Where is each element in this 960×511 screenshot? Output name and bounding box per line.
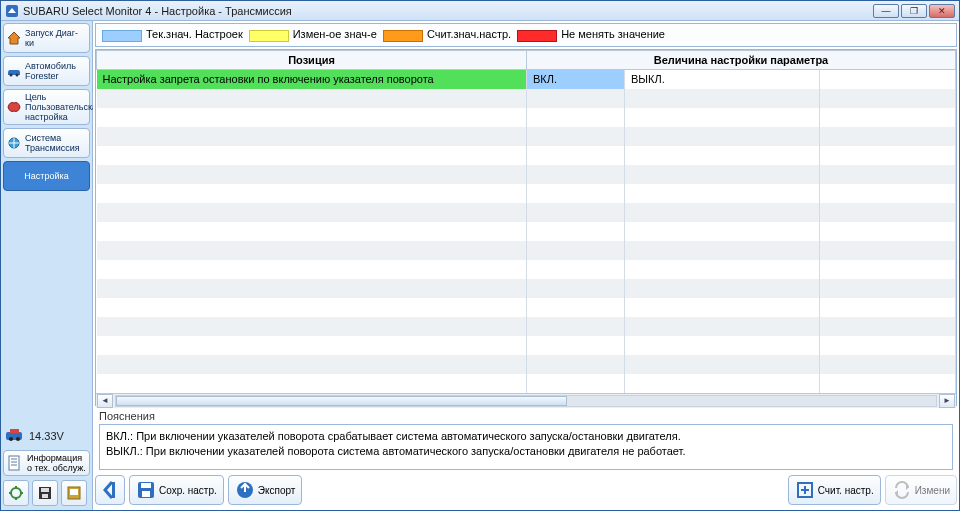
horizontal-scrollbar[interactable]: ◄ ►	[96, 393, 956, 408]
table-row[interactable]	[97, 108, 956, 127]
table-row[interactable]	[97, 241, 956, 260]
legend-label-changed: Измен-ое знач-е	[293, 28, 377, 40]
svg-rect-7	[10, 429, 19, 433]
table-row[interactable]	[97, 336, 956, 355]
sidebar: Запуск Диаг-ки Автомобиль Forester Цель …	[1, 21, 93, 510]
col-position[interactable]: Позиция	[97, 51, 527, 70]
table-row[interactable]	[97, 203, 956, 222]
bottom-icon-row	[3, 478, 90, 508]
cell-position[interactable]: Настройка запрета остановки по включению…	[97, 70, 527, 89]
save-settings-button[interactable]: Сохр. настр.	[129, 475, 224, 505]
footer-toolbar: Сохр. настр. Экспорт Счит. настр. Измени	[95, 472, 957, 508]
app-icon	[5, 4, 19, 18]
export-label: Экспорт	[258, 485, 296, 496]
sidebar-item-home[interactable]: Запуск Диаг-ки	[3, 23, 90, 53]
voltage-value: 14.33V	[29, 430, 64, 442]
svg-rect-12	[42, 494, 48, 498]
home-icon	[6, 30, 22, 46]
table-body: Настройка запрета остановки по включению…	[97, 70, 956, 393]
export-icon	[235, 480, 255, 500]
scroll-thumb[interactable]	[116, 396, 567, 406]
read-settings-label: Счит. настр.	[818, 485, 874, 496]
table-row[interactable]	[97, 146, 956, 165]
close-button[interactable]: ✕	[929, 4, 955, 18]
table-row[interactable]: Настройка запрета остановки по включению…	[97, 70, 956, 89]
legend-label-read: Счит.знач.настр.	[427, 28, 511, 40]
sidebar-item-label: Цель Пользовательская настройка	[25, 92, 102, 122]
table-row[interactable]	[97, 374, 956, 393]
scroll-left-button[interactable]: ◄	[97, 394, 113, 408]
sidebar-item-label: Настройка	[6, 171, 87, 181]
explain-line-2: ВЫКЛ.: При включении указателей поворота…	[106, 444, 946, 459]
svg-point-9	[11, 488, 21, 498]
nav-back-button[interactable]	[95, 475, 125, 505]
read-settings-button[interactable]: Счит. настр.	[788, 475, 881, 505]
table-row[interactable]	[97, 317, 956, 336]
explain-box: ВКЛ.: При включении указателей поворота …	[99, 424, 953, 470]
svg-point-1	[10, 74, 13, 77]
svg-rect-15	[112, 482, 115, 498]
window-title: SUBARU Select Monitor 4 - Настройка - Тр…	[23, 5, 292, 17]
capture-button[interactable]	[61, 480, 87, 506]
save-icon	[136, 480, 156, 500]
service-info-button[interactable]: Информация о тех. обслуж.	[3, 450, 90, 476]
scroll-track[interactable]	[115, 395, 937, 407]
legend-label-current: Тек.знач. Настроек	[146, 28, 243, 40]
change-button[interactable]: Измени	[885, 475, 957, 505]
settings-table-wrap: Позиция Величина настройки параметра Нас…	[95, 49, 957, 406]
minimize-button[interactable]: —	[873, 4, 899, 18]
table-row[interactable]	[97, 298, 956, 317]
change-label: Измени	[915, 485, 950, 496]
table-row[interactable]	[97, 127, 956, 146]
legend-swatch-read	[383, 30, 423, 42]
titlebar: SUBARU Select Monitor 4 - Настройка - Тр…	[1, 1, 959, 21]
legend-bar: Тек.знач. Настроек Измен-ое знач-е Счит.…	[95, 23, 957, 47]
app-window: SUBARU Select Monitor 4 - Настройка - Тр…	[0, 0, 960, 511]
maximize-button[interactable]: ❐	[901, 4, 927, 18]
explain-label: Пояснения	[99, 410, 953, 422]
explain-line-1: ВКЛ.: При включении указателей поворота …	[106, 429, 946, 444]
cell-value-a[interactable]: ВКЛ.	[527, 70, 625, 89]
sidebar-item-label: Система Трансмиссия	[25, 133, 87, 153]
sidebar-item-target[interactable]: Цель Пользовательская настройка	[3, 89, 90, 125]
svg-point-5	[9, 437, 13, 441]
cell-value-b[interactable]: ВЫКЛ.	[625, 70, 820, 89]
save-disk-button[interactable]	[32, 480, 58, 506]
legend-label-nochange: Не менять значение	[561, 28, 665, 40]
target-icon	[6, 99, 22, 115]
svg-rect-11	[41, 488, 49, 492]
col-value[interactable]: Величина настройки параметра	[527, 51, 956, 70]
settings-table: Позиция Величина настройки параметра Нас…	[96, 50, 956, 393]
table-row[interactable]	[97, 222, 956, 241]
svg-rect-17	[141, 483, 151, 488]
table-row[interactable]	[97, 260, 956, 279]
table-row[interactable]	[97, 355, 956, 374]
change-icon	[892, 480, 912, 500]
sidebar-item-label: Запуск Диаг-ки	[25, 28, 87, 48]
cell-empty[interactable]	[820, 70, 956, 89]
sidebar-item-setup[interactable]: Настройка	[3, 161, 90, 191]
scroll-right-button[interactable]: ►	[939, 394, 955, 408]
legend-swatch-current	[102, 30, 142, 42]
sidebar-item-system[interactable]: Система Трансмиссия	[3, 128, 90, 158]
table-row[interactable]	[97, 165, 956, 184]
svg-rect-8	[9, 456, 19, 470]
sidebar-item-label: Автомобиль Forester	[25, 61, 87, 81]
battery-icon	[5, 428, 25, 444]
save-settings-label: Сохр. настр.	[159, 485, 217, 496]
table-row[interactable]	[97, 89, 956, 108]
sidebar-item-vehicle[interactable]: Автомобиль Forester	[3, 56, 90, 86]
settings-button[interactable]	[3, 480, 29, 506]
legend-swatch-changed	[249, 30, 289, 42]
export-button[interactable]: Экспорт	[228, 475, 303, 505]
service-info-label: Информация о тех. обслуж.	[27, 453, 87, 473]
table-row[interactable]	[97, 184, 956, 203]
main-area: Тек.знач. Настроек Измен-ое знач-е Счит.…	[93, 21, 959, 510]
svg-rect-18	[142, 491, 150, 497]
document-icon	[6, 454, 24, 472]
table-row[interactable]	[97, 279, 956, 298]
read-icon	[795, 480, 815, 500]
legend-swatch-nochange	[517, 30, 557, 42]
car-icon	[6, 63, 22, 79]
voltage-status: 14.33V	[3, 424, 90, 448]
